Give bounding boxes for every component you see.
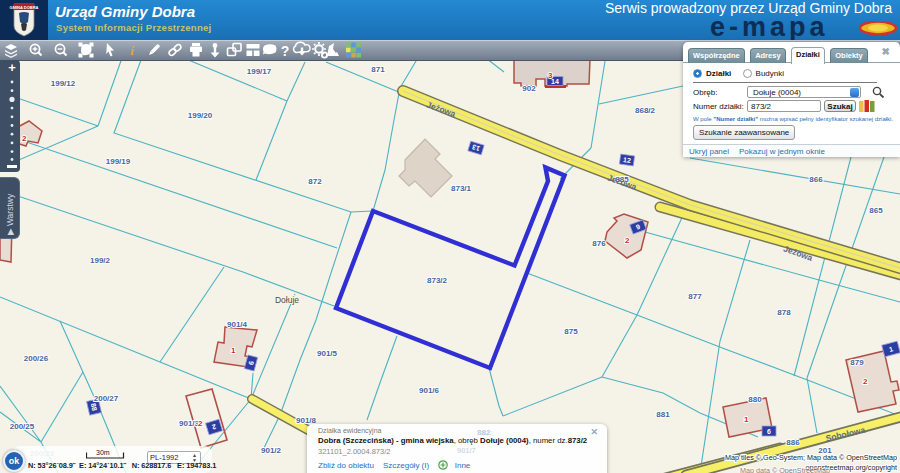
svg-text:886: 886 (786, 438, 800, 447)
svg-text:871: 871 (371, 65, 385, 74)
svg-text:875: 875 (564, 327, 578, 336)
svg-text:872: 872 (308, 177, 322, 186)
svg-text:Map data © OpenStreetMap: Map data © OpenStreetMap (740, 466, 830, 473)
svg-text:?: ? (281, 43, 290, 59)
svg-text:1: 1 (231, 346, 236, 355)
svg-text:200/27: 200/27 (94, 394, 119, 403)
svg-text:901/3: 901/3 (179, 419, 200, 428)
svg-text:901/5: 901/5 (317, 349, 338, 358)
svg-text:866: 866 (809, 175, 823, 184)
svg-text:199/2: 199/2 (90, 256, 111, 265)
svg-text:3: 3 (548, 71, 553, 80)
svg-text:199/12: 199/12 (51, 79, 76, 88)
svg-text:865: 865 (869, 206, 883, 215)
svg-text:2: 2 (198, 419, 203, 428)
svg-text:876: 876 (592, 239, 606, 248)
svg-text:901/2: 901/2 (261, 446, 282, 455)
svg-text:880: 880 (748, 395, 762, 404)
svg-text:30m: 30m (96, 449, 110, 456)
svg-text:i: i (130, 43, 134, 58)
svg-text:200/25: 200/25 (10, 422, 35, 431)
svg-text:200/26: 200/26 (24, 354, 49, 363)
svg-text:199/19: 199/19 (106, 157, 131, 166)
svg-text:878: 878 (777, 308, 791, 317)
svg-text:902: 902 (522, 84, 536, 93)
svg-text:Dołuje: Dołuje (275, 295, 299, 305)
svg-text:901/6: 901/6 (419, 386, 440, 395)
svg-text:Map tiles © Geo-System; Map da: Map tiles © Geo-System; Map data © OpenS… (725, 453, 897, 462)
svg-text:2: 2 (863, 377, 868, 386)
svg-text:199/17: 199/17 (247, 67, 272, 76)
svg-text:2: 2 (625, 236, 630, 245)
svg-text:+: + (8, 60, 16, 75)
svg-text:868/2: 868/2 (635, 106, 656, 115)
svg-text:901/4: 901/4 (227, 320, 248, 329)
svg-text:873/2: 873/2 (427, 276, 448, 285)
svg-text:879: 879 (850, 358, 864, 367)
svg-text:1: 1 (744, 415, 749, 424)
svg-text:881: 881 (656, 410, 670, 419)
svg-text:873/1: 873/1 (451, 184, 472, 193)
svg-text:12: 12 (623, 156, 632, 164)
svg-text:877: 877 (688, 292, 702, 301)
svg-text:2: 2 (22, 134, 27, 143)
svg-text:GMINA DOBRA: GMINA DOBRA (10, 5, 39, 10)
svg-text:6: 6 (767, 428, 771, 435)
svg-text:199/20: 199/20 (188, 111, 213, 120)
